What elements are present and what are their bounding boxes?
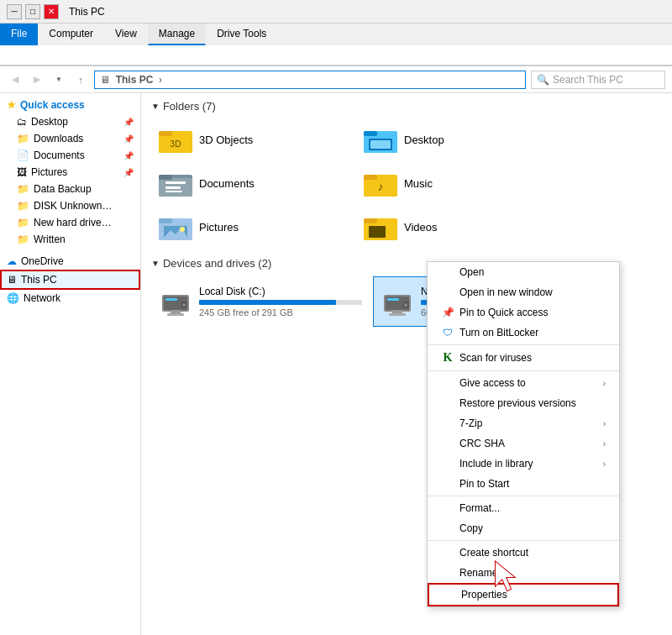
- ctx-7zip-label: 7-Zip: [459, 417, 603, 429]
- sidebar-label-network: Network: [24, 292, 60, 304]
- ctx-give-access-label: Give access to: [459, 377, 603, 389]
- folder-music[interactable]: ♪ Music: [356, 163, 558, 203]
- folder-3d-objects[interactable]: 3D 3D Objects: [151, 119, 353, 160]
- ctx-bitlocker[interactable]: 🛡 Turn on BitLocker: [428, 323, 619, 343]
- drive-local-disk-c[interactable]: Local Disk (C:) 245 GB free of 291 GB: [151, 276, 370, 327]
- drive-c-space: 245 GB free of 291 GB: [199, 307, 362, 318]
- sidebar-item-network[interactable]: 🌐 Network: [0, 290, 140, 307]
- close-btn[interactable]: ✕: [44, 4, 59, 19]
- sidebar-item-downloads[interactable]: 📁 Downloads 📌: [0, 130, 140, 147]
- nav-forward-btn[interactable]: ▶: [29, 71, 45, 88]
- ctx-7zip[interactable]: 7-Zip ›: [428, 413, 619, 433]
- svg-rect-21: [159, 218, 172, 223]
- sidebar-item-disk-unknown[interactable]: 📁 DISK Unknown Not: [0, 197, 140, 214]
- sidebar-label-quick-access: Quick access: [20, 99, 85, 111]
- ctx-open-new-window[interactable]: Open in new window: [428, 282, 619, 302]
- tab-manage[interactable]: Manage: [148, 24, 206, 45]
- folder-desktop[interactable]: Desktop: [356, 119, 558, 160]
- ctx-properties[interactable]: Properties: [428, 583, 619, 606]
- nav-back-btn[interactable]: ◀: [7, 71, 24, 88]
- ctx-restore-versions[interactable]: Restore previous versions: [428, 393, 619, 413]
- ctx-properties-label: Properties: [461, 589, 604, 601]
- pin-icon-documents: 📌: [123, 151, 134, 160]
- tab-view[interactable]: View: [104, 24, 148, 45]
- folders-chevron: ▼: [151, 102, 160, 111]
- svg-rect-39: [387, 298, 399, 301]
- sidebar-item-written[interactable]: 📁 Written: [0, 231, 140, 248]
- svg-rect-35: [171, 310, 181, 313]
- folder-pictures-label: Pictures: [199, 221, 239, 234]
- ctx-copy[interactable]: Copy: [428, 518, 619, 538]
- drive-c-info: Local Disk (C:) 245 GB free of 291 GB: [199, 286, 362, 318]
- ctx-scan-viruses[interactable]: K Scan for viruses: [428, 347, 619, 369]
- tab-drive-tools[interactable]: Drive Tools: [206, 24, 277, 45]
- ctx-separator-3: [428, 496, 619, 496]
- ctx-include-library[interactable]: Include in library ›: [428, 454, 619, 474]
- sidebar: ★ Quick access 🗂 Desktop 📌 📁 Downloads 📌…: [0, 93, 141, 635]
- folder-videos-label: Videos: [404, 221, 438, 234]
- tab-computer[interactable]: Computer: [38, 24, 104, 45]
- address-path[interactable]: 🖥 This PC ›: [94, 71, 526, 89]
- ctx-format[interactable]: Format...: [428, 498, 619, 518]
- sidebar-item-documents[interactable]: 📄 Documents 📌: [0, 147, 140, 164]
- folder-pictures[interactable]: Pictures: [151, 207, 353, 247]
- sidebar-label-written: Written: [34, 234, 66, 245]
- ctx-create-shortcut[interactable]: Create shortcut: [428, 543, 619, 563]
- search-box[interactable]: 🔍 Search This PC: [531, 71, 665, 89]
- svg-rect-2: [159, 131, 172, 136]
- folder-documents-label: Documents: [199, 177, 255, 190]
- context-menu: Open Open in new window 📌 Pin to Quick a…: [427, 261, 620, 607]
- ctx-crc-sha[interactable]: CRC SHA ›: [428, 433, 619, 454]
- tab-file[interactable]: File: [0, 24, 38, 45]
- sidebar-item-new-hard-drive[interactable]: 📁 New hard drive not: [0, 214, 140, 231]
- ctx-rename[interactable]: Rename: [428, 563, 619, 583]
- sidebar-item-data-backup[interactable]: 📁 Data Backup: [0, 181, 140, 197]
- content-area: ▼ Folders (7) 3D 3D Objects: [141, 93, 672, 635]
- folder-videos[interactable]: Videos: [356, 207, 558, 247]
- nav-recent-btn[interactable]: ▼: [50, 71, 67, 88]
- folder-3d-label: 3D Objects: [199, 134, 253, 146]
- sidebar-item-this-pc[interactable]: 🖥 This PC: [0, 270, 140, 290]
- ctx-pin-quick[interactable]: 📌 Pin to Quick access: [428, 302, 619, 323]
- folder-videos-icon: [364, 212, 397, 242]
- nav-up-btn[interactable]: ↑: [72, 71, 89, 88]
- ctx-shortcut-label: Create shortcut: [459, 547, 606, 559]
- svg-text:♪: ♪: [378, 180, 384, 193]
- folder-documents[interactable]: Documents: [151, 163, 353, 203]
- svg-rect-36: [167, 313, 184, 316]
- pin-icon-pictures: 📌: [123, 168, 134, 177]
- svg-rect-6: [364, 131, 377, 136]
- ctx-open-new-label: Open in new window: [459, 286, 606, 298]
- svg-point-41: [404, 303, 407, 307]
- pin-icon-desktop: 📌: [123, 118, 134, 127]
- ctx-pin-start[interactable]: Pin to Start: [428, 474, 619, 494]
- title-bar-controls[interactable]: ─ □ ✕: [7, 4, 59, 19]
- maximize-btn[interactable]: □: [25, 4, 40, 19]
- svg-point-34: [182, 303, 186, 307]
- sidebar-item-pictures[interactable]: 🖼 Pictures 📌: [0, 164, 140, 181]
- sidebar-item-onedrive[interactable]: ☁ OneDrive: [0, 253, 140, 270]
- ctx-scan-icon: K: [441, 351, 454, 365]
- sidebar-item-quick-access[interactable]: ★ Quick access: [0, 97, 140, 113]
- search-placeholder: Search This PC: [553, 74, 623, 86]
- ctx-give-access-arrow: ›: [603, 379, 606, 388]
- svg-rect-43: [389, 313, 406, 316]
- svg-rect-11: [159, 175, 172, 180]
- drive-c-bar-container: [199, 300, 362, 305]
- sidebar-label-new-hard-drive: New hard drive not: [34, 217, 113, 228]
- ctx-open[interactable]: Open: [428, 262, 619, 282]
- title-bar: ─ □ ✕ This PC: [0, 0, 672, 24]
- sidebar-item-desktop[interactable]: 🗂 Desktop 📌: [0, 113, 140, 130]
- svg-rect-28: [369, 226, 386, 238]
- minimize-btn[interactable]: ─: [7, 4, 22, 19]
- ctx-give-access[interactable]: Give access to ›: [428, 373, 619, 393]
- sidebar-label-data-backup: Data Backup: [34, 183, 92, 195]
- ctx-library-arrow: ›: [603, 459, 606, 469]
- ribbon-cmd-placeholder: [7, 54, 17, 57]
- ctx-separator-4: [428, 540, 619, 541]
- window-title: This PC: [69, 6, 105, 18]
- folders-section-header[interactable]: ▼ Folders (7): [151, 100, 662, 113]
- sidebar-label-disk-unknown: DISK Unknown Not: [34, 200, 113, 212]
- svg-point-24: [180, 227, 185, 232]
- ctx-rename-label: Rename: [459, 567, 606, 579]
